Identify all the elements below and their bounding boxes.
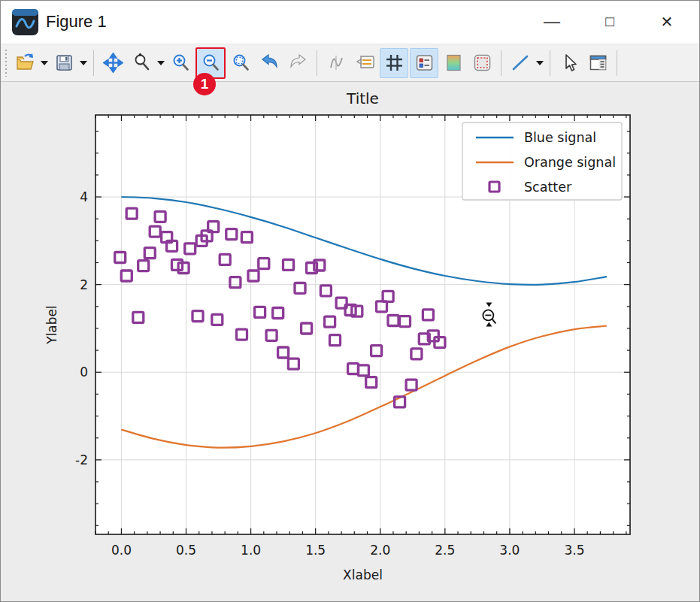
open-folder-icon xyxy=(15,53,35,73)
scatter-marker xyxy=(150,226,160,237)
open-button[interactable] xyxy=(11,49,38,77)
scatter-marker xyxy=(278,347,289,358)
colormap-icon xyxy=(444,53,464,73)
scatter-marker xyxy=(411,349,422,359)
scatter-marker xyxy=(400,316,411,327)
chart-title: Title xyxy=(346,89,379,107)
scatter-marker xyxy=(388,316,398,326)
scatter-marker xyxy=(241,232,252,243)
line-icon xyxy=(511,53,531,73)
scatter-marker xyxy=(155,211,165,222)
undo-arrow-icon xyxy=(259,53,280,73)
toolbar: 1 xyxy=(1,44,699,82)
grid-icon xyxy=(384,53,405,73)
save-icon xyxy=(54,53,74,73)
ytick-label: 0 xyxy=(80,365,88,380)
toolbar-separator xyxy=(617,50,617,76)
legend-label: Orange signal xyxy=(524,155,616,170)
scatter-marker xyxy=(208,222,219,232)
xtick-label: 0.0 xyxy=(111,543,132,558)
xtick-label: 2.0 xyxy=(370,543,390,558)
toolbar-separator xyxy=(93,50,94,76)
zoom-in-icon xyxy=(171,53,191,73)
annotation-button[interactable] xyxy=(351,49,378,77)
legend-toggle-button[interactable] xyxy=(410,48,438,78)
scatter-marker xyxy=(178,263,189,274)
scatter-marker xyxy=(266,330,277,340)
figure-area: 0.00.51.01.52.02.53.03.5-2024TitleXlabel… xyxy=(1,83,699,601)
cross-section-button[interactable] xyxy=(323,49,350,77)
pan-button[interactable] xyxy=(99,49,126,77)
scatter-marker xyxy=(295,283,305,293)
scatter-marker xyxy=(133,312,144,322)
ytick-label: 4 xyxy=(80,189,88,204)
zoom-out-button[interactable]: 1 xyxy=(195,47,226,79)
legend-label: Scatter xyxy=(524,180,572,195)
minimize-button[interactable]: — xyxy=(535,1,569,43)
open-menu-caret[interactable] xyxy=(39,49,50,77)
panel-icon xyxy=(588,53,608,73)
redo-button[interactable] xyxy=(284,49,311,77)
zoom-tool-button[interactable] xyxy=(128,49,155,77)
scatter-marker xyxy=(185,244,195,254)
maximize-button[interactable]: □ xyxy=(592,1,627,43)
zoom-fit-button[interactable] xyxy=(227,49,254,77)
ytick-label: 2 xyxy=(80,277,88,292)
label-bubble-icon xyxy=(355,53,375,73)
scatter-marker xyxy=(423,310,433,320)
zoom-menu-caret[interactable] xyxy=(156,49,166,77)
scatter-marker xyxy=(138,261,149,271)
pointer-icon xyxy=(559,53,580,73)
zoom-out-icon xyxy=(201,53,221,73)
scatter-marker xyxy=(144,248,155,259)
xtick-label: 3.5 xyxy=(564,543,584,558)
scatter-marker xyxy=(115,253,126,263)
toolbar-grip xyxy=(4,50,8,77)
xtick-label: 0.5 xyxy=(176,543,196,558)
curve-icon xyxy=(326,53,347,73)
magnifier-icon xyxy=(132,53,152,73)
yaxis-label: Ylabel xyxy=(44,305,59,345)
zoom-in-button[interactable] xyxy=(167,49,194,77)
frame-icon xyxy=(472,53,492,73)
scatter-marker xyxy=(237,329,247,340)
frame-button[interactable] xyxy=(468,49,495,77)
window-title: Figure 1 xyxy=(46,12,107,32)
scatter-marker xyxy=(167,240,177,251)
close-button[interactable]: ✕ xyxy=(650,1,684,43)
scatter-marker xyxy=(255,307,265,317)
figure-canvas[interactable]: 0.00.51.01.52.02.53.03.5-2024TitleXlabel… xyxy=(1,83,699,601)
scatter-marker xyxy=(371,346,382,356)
scatter-marker xyxy=(259,259,269,269)
xtick-label: 1.5 xyxy=(305,543,326,558)
line-tool-button[interactable] xyxy=(507,49,534,77)
scatter-marker xyxy=(248,271,259,281)
xtick-label: 1.0 xyxy=(241,543,261,558)
matplotlib-app-icon xyxy=(11,8,39,36)
undo-button[interactable] xyxy=(256,49,283,77)
scatter-marker xyxy=(314,260,325,271)
colormap-button[interactable] xyxy=(440,49,467,77)
title-bar: Figure 1 — □ ✕ xyxy=(1,1,699,44)
scatter-marker xyxy=(435,337,445,348)
line-menu-caret[interactable] xyxy=(535,49,545,77)
scatter-marker xyxy=(192,311,203,322)
scatter-marker xyxy=(302,323,312,334)
scatter-marker xyxy=(226,229,237,240)
pointer-button[interactable] xyxy=(556,49,583,77)
scatter-marker xyxy=(352,306,362,316)
scatter-marker xyxy=(358,365,368,376)
panel-button[interactable] xyxy=(584,49,611,77)
toolbar-separator xyxy=(550,50,550,76)
toolbar-separator xyxy=(317,50,317,76)
ytick-label: -2 xyxy=(75,452,88,467)
scatter-marker xyxy=(273,308,283,319)
save-button[interactable] xyxy=(50,49,77,77)
xaxis-label: Xlabel xyxy=(343,567,383,582)
zoom-fit-icon xyxy=(231,53,251,73)
scatter-marker xyxy=(383,291,393,301)
scatter-marker xyxy=(330,335,341,346)
scatter-marker xyxy=(126,208,137,219)
grid-toggle-button[interactable] xyxy=(380,48,408,78)
save-menu-caret[interactable] xyxy=(78,49,89,77)
